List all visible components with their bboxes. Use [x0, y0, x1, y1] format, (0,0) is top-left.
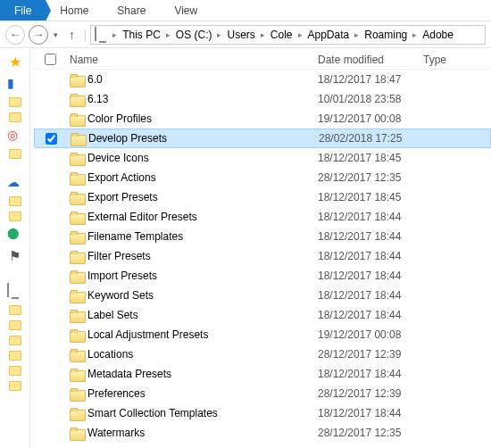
file-row[interactable]: Smart Collection Templates18/12/2017 18:… [34, 403, 491, 423]
folder-icon[interactable] [9, 351, 21, 361]
file-row[interactable]: Local Adjustment Presets19/12/2017 00:08 [34, 325, 491, 344]
file-row[interactable]: Label Sets18/12/2017 18:44 [34, 305, 491, 325]
row-date-cell: 18/12/2017 18:44 [318, 211, 423, 223]
address-segment[interactable]: Users [225, 28, 256, 42]
row-date-cell: 28/12/2017 12:39 [318, 387, 423, 400]
column-header-name[interactable]: Name [66, 54, 318, 66]
row-name-cell[interactable]: Export Actions [66, 171, 318, 184]
file-row[interactable]: Metadata Presets18/12/2017 18:44 [34, 364, 491, 384]
tree-item-icon[interactable]: ⬤ [7, 227, 23, 243]
ribbon-tab-home[interactable]: Home [46, 1, 103, 21]
folder-icon [70, 192, 84, 203]
address-segment[interactable]: This PC [121, 28, 162, 42]
file-row[interactable]: Export Actions28/12/2017 12:35 [34, 168, 491, 187]
file-name: Smart Collection Templates [87, 407, 218, 419]
chevron-right-icon[interactable]: ▸ [111, 30, 119, 39]
chevron-right-icon[interactable]: ▸ [296, 30, 304, 39]
row-name-cell[interactable]: Import Presets [66, 270, 318, 282]
up-button[interactable]: ↑ [63, 28, 80, 42]
row-name-cell[interactable]: Device Icons [66, 152, 318, 164]
file-row[interactable]: Locations28/12/2017 12:39 [34, 344, 491, 364]
folder-icon[interactable] [9, 97, 21, 107]
nav-pane[interactable]: ★ ▮ ◎ ☁ ⬤ ⚑ [0, 48, 30, 448]
row-date-cell: 18/12/2017 18:45 [318, 191, 423, 203]
folder-icon[interactable] [9, 381, 21, 391]
address-segment[interactable]: OS (C:) [174, 28, 214, 42]
ribbon-tab-view[interactable]: View [160, 1, 212, 21]
file-row[interactable]: Color Profiles19/12/2017 00:08 [34, 109, 491, 129]
select-all-checkbox[interactable] [34, 54, 66, 65]
folder-icon [71, 133, 85, 145]
folder-icon[interactable] [9, 320, 21, 330]
recent-locations-dropdown[interactable]: ▾ [52, 30, 60, 39]
address-segment[interactable]: Adobe [420, 28, 455, 42]
ribbon-tab-file[interactable]: File [0, 0, 46, 21]
folder-icon[interactable] [9, 336, 21, 345]
folder-icon[interactable] [9, 149, 21, 159]
row-date-cell: 19/12/2017 00:08 [318, 328, 423, 341]
row-name-cell[interactable]: Local Adjustment Presets [66, 328, 318, 341]
flag-icon[interactable]: ⚑ [9, 248, 21, 264]
onedrive-icon[interactable]: ☁ [7, 175, 23, 191]
folder-icon[interactable] [9, 112, 21, 122]
address-segment[interactable]: Cole [269, 28, 295, 42]
file-row[interactable]: Import Presets18/12/2017 18:44 [34, 266, 491, 286]
address-segment[interactable]: Roaming [362, 28, 409, 42]
folder-icon[interactable] [9, 305, 21, 315]
row-name-cell[interactable]: Filter Presets [66, 250, 318, 262]
folder-icon [70, 212, 84, 223]
this-pc-icon[interactable] [7, 284, 23, 300]
folder-icon [70, 74, 84, 86]
chevron-right-icon[interactable]: ▸ [215, 30, 223, 39]
row-name-cell[interactable]: 6.0 [66, 73, 318, 86]
row-name-cell[interactable]: Watermarks [66, 427, 318, 439]
row-name-cell[interactable]: Label Sets [66, 309, 318, 321]
folder-icon[interactable] [9, 196, 21, 206]
file-row[interactable]: Export Presets18/12/2017 18:45 [34, 187, 491, 207]
row-name-cell[interactable]: Keyword Sets [66, 289, 318, 302]
tree-item-icon[interactable]: ▮ [7, 76, 23, 92]
chevron-right-icon[interactable]: ▸ [259, 30, 267, 39]
column-header-date[interactable]: Date modified [318, 54, 423, 66]
file-name: 6.0 [87, 73, 103, 86]
tree-item-icon[interactable]: ◎ [7, 128, 23, 144]
address-bar[interactable]: ▸ This PC ▸ OS (C:) ▸ Users ▸ Cole ▸ App… [90, 25, 486, 45]
address-segment[interactable]: AppData [306, 28, 352, 42]
row-name-cell[interactable]: Develop Presets [67, 132, 319, 145]
folder-icon[interactable] [9, 366, 21, 376]
row-name-cell[interactable]: Preferences [66, 387, 318, 400]
file-row[interactable]: 6.1310/01/2018 23:58 [34, 89, 491, 109]
chevron-right-icon[interactable]: ▸ [353, 30, 361, 39]
file-name: Develop Presets [88, 132, 167, 145]
favorites-icon[interactable]: ★ [9, 54, 21, 71]
ribbon-tab-share[interactable]: Share [103, 1, 160, 21]
file-name: Device Icons [87, 152, 149, 164]
row-name-cell[interactable]: Smart Collection Templates [66, 407, 318, 419]
file-row[interactable]: Filter Presets18/12/2017 18:44 [34, 246, 491, 266]
file-row[interactable]: Keyword Sets18/12/2017 18:44 [34, 286, 491, 305]
row-checkbox[interactable] [35, 133, 67, 145]
file-row[interactable]: 6.018/12/2017 18:47 [34, 70, 491, 89]
column-header-type[interactable]: Type [423, 54, 491, 66]
file-row[interactable]: Device Icons18/12/2017 18:45 [34, 148, 491, 168]
row-date-cell: 18/12/2017 18:44 [318, 270, 423, 282]
chevron-right-icon[interactable]: ▸ [164, 30, 172, 39]
chevron-right-icon[interactable]: ▸ [411, 30, 419, 39]
row-name-cell[interactable]: Color Profiles [66, 112, 318, 125]
folder-icon[interactable] [9, 212, 21, 221]
file-row[interactable]: Filename Templates18/12/2017 18:44 [34, 227, 491, 246]
row-name-cell[interactable]: External Editor Presets [66, 211, 318, 223]
back-button[interactable]: ← [5, 25, 25, 45]
file-row[interactable]: Develop Presets28/02/2018 17:25 [34, 129, 491, 148]
file-row[interactable]: External Editor Presets18/12/2017 18:44 [34, 207, 491, 227]
forward-button[interactable]: → [29, 25, 48, 45]
file-row[interactable]: Watermarks28/12/2017 12:35 [34, 423, 491, 443]
row-name-cell[interactable]: Export Presets [66, 191, 318, 203]
row-name-cell[interactable]: Locations [66, 348, 318, 361]
row-name-cell[interactable]: 6.13 [66, 93, 318, 105]
row-date-cell: 18/12/2017 18:47 [318, 73, 423, 86]
file-name: Import Presets [87, 270, 157, 282]
row-name-cell[interactable]: Metadata Presets [66, 368, 318, 380]
row-name-cell[interactable]: Filename Templates [66, 230, 318, 243]
file-row[interactable]: Preferences28/12/2017 12:39 [34, 384, 491, 403]
